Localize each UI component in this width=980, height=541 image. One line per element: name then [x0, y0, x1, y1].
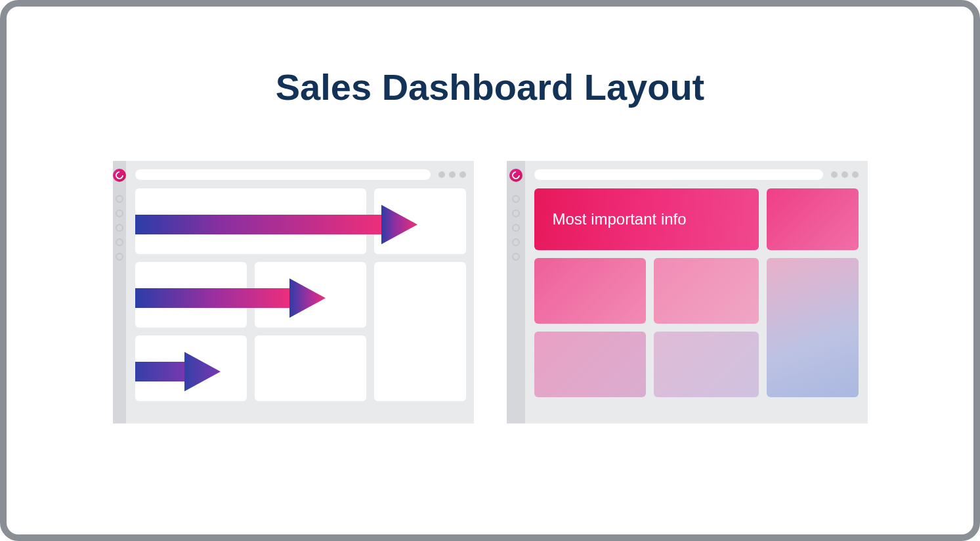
layout-grid — [135, 188, 466, 414]
card-placeholder — [135, 188, 366, 254]
address-bar — [534, 169, 823, 180]
tile-least-important — [767, 258, 859, 397]
sidebar-dot-icon — [116, 224, 123, 232]
card-placeholder — [374, 188, 466, 254]
sidebar-dot-icon — [512, 195, 520, 203]
logo-icon — [113, 169, 126, 182]
window-controls-icon — [831, 171, 859, 178]
card-placeholder — [135, 335, 247, 401]
window-content — [126, 188, 475, 423]
window-topbar — [126, 161, 475, 188]
window-topbar — [525, 161, 868, 188]
card-placeholder — [255, 335, 366, 401]
layout-window-right: Most important info — [507, 161, 868, 423]
sidebar-dot-icon — [512, 209, 520, 217]
sidebar-dot-icon — [512, 224, 520, 232]
sidebar-dot-icon — [116, 195, 123, 203]
card-placeholder — [255, 262, 366, 328]
layout-grid: Most important info — [534, 188, 859, 414]
tile-tertiary — [654, 258, 759, 324]
window-content: Most important info — [525, 188, 868, 423]
sidebar-dot-icon — [512, 238, 520, 246]
window-body: Most important info — [525, 161, 868, 423]
window-body — [126, 161, 475, 423]
tile-secondary — [767, 188, 859, 250]
window-controls-icon — [438, 171, 466, 178]
card-placeholder — [135, 262, 247, 328]
window-sidebar — [113, 161, 126, 423]
layout-window-left — [113, 161, 474, 423]
card-placeholder — [374, 262, 466, 401]
logo-icon — [509, 169, 522, 182]
tile-tertiary — [534, 258, 646, 324]
tile-hero-label: Most important info — [553, 210, 687, 228]
page-title: Sales Dashboard Layout — [276, 66, 705, 108]
window-sidebar — [507, 161, 525, 423]
sidebar-dot-icon — [116, 238, 123, 246]
address-bar — [135, 169, 431, 180]
sidebar-dot-icon — [512, 253, 520, 261]
sidebar-dot-icon — [116, 209, 123, 217]
tile-tertiary — [534, 332, 646, 397]
tile-tertiary — [654, 332, 759, 397]
diagram-frame: Sales Dashboard Layout — [0, 0, 980, 541]
tile-most-important: Most important info — [534, 188, 759, 250]
panels-row: Most important info — [113, 161, 868, 423]
sidebar-dot-icon — [116, 253, 123, 261]
